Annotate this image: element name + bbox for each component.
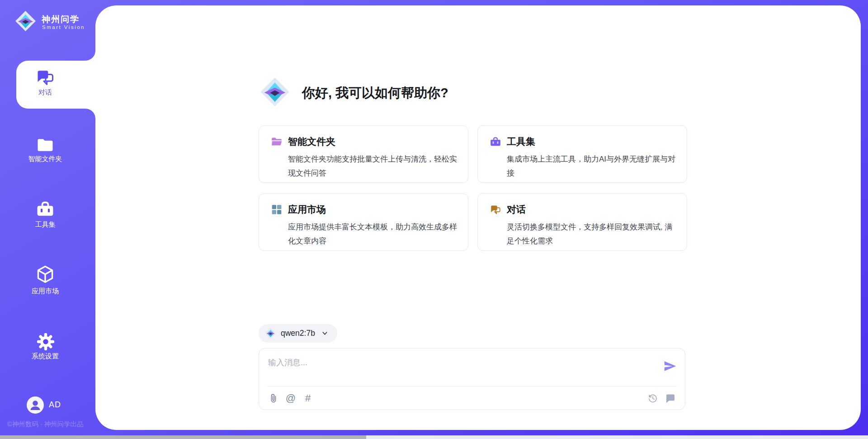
gear-icon — [36, 332, 56, 352]
card-title: 智能文件夹 — [288, 135, 335, 148]
sidebar-item-label: 工具集 — [0, 220, 90, 229]
horizontal-scrollbar — [0, 435, 868, 439]
copyright-text: ©神州数码 · 神州问学出品 — [7, 420, 84, 429]
conversation-button[interactable] — [665, 393, 676, 404]
chat-icon — [490, 204, 501, 215]
sidebar-item-label: 系统设置 — [0, 352, 90, 361]
card-toolset[interactable]: 工具集 集成市场上主流工具，助力AI与外界无缝扩展与对接 — [477, 125, 687, 183]
brand-logo-icon — [15, 10, 36, 32]
card-title: 应用市场 — [288, 203, 326, 216]
sidebar-item-chat[interactable]: 对话 — [16, 61, 95, 109]
sidebar-item-label: 应用市场 — [0, 287, 90, 296]
composer-divider — [267, 386, 677, 387]
user-profile[interactable]: AD — [27, 396, 81, 414]
hashtag-button[interactable]: # — [302, 393, 313, 404]
folder-open-icon — [271, 136, 283, 148]
greeting-logo-icon — [260, 77, 290, 107]
card-description: 智能文件夹功能支持批量文件上传与清洗，轻松实现文件问答 — [288, 152, 461, 180]
attach-file-button[interactable] — [268, 393, 279, 404]
model-selector[interactable]: qwen2:7b — [259, 324, 337, 343]
brand-name: 神州问学 — [42, 14, 80, 25]
user-name: AD — [49, 400, 61, 410]
mention-button[interactable]: @ — [285, 393, 296, 404]
card-title: 对话 — [507, 203, 526, 216]
card-app-market[interactable]: 应用市场 应用市场提供丰富长文本模板，助力高效生成多样化文章内容 — [259, 193, 468, 251]
message-bubble-icon — [665, 393, 676, 404]
sidebar-item-label: 智能文件夹 — [0, 155, 90, 163]
card-description: 集成市场上主流工具，助力AI与外界无缝扩展与对接 — [507, 152, 679, 180]
app-grid-icon — [271, 204, 283, 215]
model-logo-icon — [265, 328, 276, 339]
message-composer: @ # — [259, 348, 685, 410]
scrollbar-thumb[interactable] — [0, 435, 366, 439]
brand: 神州问学 Smart Vision — [0, 0, 95, 45]
folder-icon — [35, 135, 55, 155]
toolbox-icon — [35, 199, 55, 219]
app-root: 神州问学 Smart Vision 对话 智能文件夹 工具集 — [0, 0, 868, 439]
send-icon — [663, 359, 677, 373]
chat-icon — [35, 67, 55, 87]
card-description: 应用市场提供丰富长文本模板，助力高效生成多样化文章内容 — [288, 220, 461, 248]
feature-cards: 智能文件夹 智能文件夹功能支持批量文件上传与清洗，轻松实现文件问答 工具集 — [259, 125, 687, 251]
message-input[interactable] — [268, 355, 657, 370]
paperclip-icon — [268, 393, 279, 404]
cube-icon — [35, 264, 55, 284]
send-button[interactable] — [663, 359, 677, 373]
chevron-down-icon — [321, 330, 328, 337]
history-button[interactable] — [647, 393, 658, 404]
avatar — [27, 396, 44, 414]
sidebar-item-label: 对话 — [0, 88, 90, 97]
card-description: 灵活切换多模型文件，支持多样回复效果调试, 满足个性化需求 — [507, 220, 679, 248]
card-chat[interactable]: 对话 灵活切换多模型文件，支持多样回复效果调试, 满足个性化需求 — [477, 193, 687, 251]
card-smart-folder[interactable]: 智能文件夹 智能文件夹功能支持批量文件上传与清洗，轻松实现文件问答 — [259, 125, 468, 183]
history-icon — [647, 393, 658, 404]
greeting-title: 你好, 我可以如何帮助你? — [302, 84, 448, 102]
toolbox-icon — [490, 136, 501, 148]
card-title: 工具集 — [507, 135, 535, 148]
brand-subtitle: Smart Vision — [42, 24, 85, 30]
model-name: qwen2:7b — [281, 329, 315, 338]
